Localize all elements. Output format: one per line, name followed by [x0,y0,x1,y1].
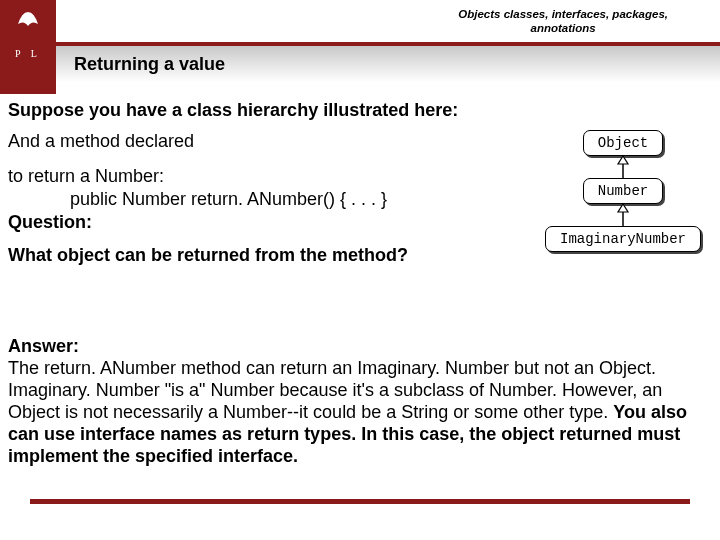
logo-text: P L [15,48,41,59]
top-right-line2: annotations [458,22,668,36]
hierarchy-node-number: Number [583,178,663,204]
hierarchy-node-imaginary: ImaginaryNumber [545,226,701,252]
hierarchy-node-object: Object [583,130,663,156]
logo-column: P L [0,0,56,94]
class-hierarchy: Object Number ImaginaryNumber [538,130,708,252]
question-text: What object can be returned from the met… [8,245,508,266]
slide-title: Returning a value [74,54,225,75]
footer-rule [30,499,690,504]
slide-root: P L Objects classes, interfaces, package… [0,0,720,540]
svg-marker-1 [618,156,628,164]
code-line: public Number return. ANumber() { . . . … [8,189,528,210]
left-block: to return a Number: public Number return… [8,166,528,266]
answer-p1: The return. ANumber method can return an… [8,358,662,422]
title-band: Returning a value [56,46,720,82]
header: P L Objects classes, interfaces, package… [0,0,720,54]
answer-label: Answer: [8,336,79,356]
to-return-line: to return a Number: [8,166,528,187]
question-label: Question: [8,212,528,233]
eagle-icon [14,6,42,30]
body: Suppose you have a class hierarchy illus… [8,100,712,266]
intro-line: Suppose you have a class hierarchy illus… [8,100,712,121]
arrow-up-icon [616,156,630,178]
arrow-up-icon [616,204,630,226]
svg-marker-3 [618,204,628,212]
top-right-label: Objects classes, interfaces, packages, a… [458,8,668,36]
top-right-line1: Objects classes, interfaces, packages, [458,8,668,22]
answer-block: Answer: The return. ANumber method can r… [8,336,710,468]
